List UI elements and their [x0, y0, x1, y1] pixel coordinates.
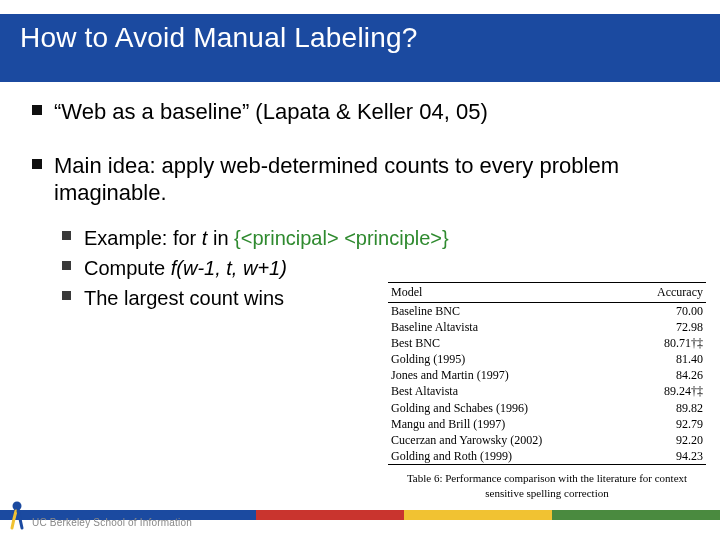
cell-model: Golding (1995) — [388, 351, 627, 367]
logo-text: UC Berkeley School of Information — [32, 517, 192, 528]
bullet-web-baseline: “Web as a baseline” (Lapata & Keller 04,… — [32, 98, 692, 126]
table-row: Golding (1995)81.40 — [388, 351, 706, 367]
col-accuracy: Accuracy — [627, 283, 706, 302]
table-row: Baseline Altavista72.98 — [388, 319, 706, 335]
cell-accuracy: 81.40 — [627, 351, 706, 367]
text: The largest count wins — [84, 287, 284, 309]
table-row: Best Altavista89.24†‡ — [388, 383, 706, 399]
set-green: {<principal> <principle>} — [234, 227, 449, 249]
cell-accuracy: 70.00 — [627, 302, 706, 319]
cell-accuracy: 89.24†‡ — [627, 383, 706, 399]
text: Compute — [84, 257, 171, 279]
table-row: Jones and Martin (1997)84.26 — [388, 367, 706, 383]
cell-model: Baseline Altavista — [388, 319, 627, 335]
cell-model: Jones and Martin (1997) — [388, 367, 627, 383]
col-model: Model — [388, 283, 627, 302]
footer-stripe-red — [256, 510, 404, 520]
bullet-main-idea: Main idea: apply web-determined counts t… — [32, 152, 692, 207]
footer-stripe-yellow — [404, 510, 552, 520]
text: in — [207, 227, 234, 249]
title-band: How to Avoid Manual Labeling? — [0, 14, 720, 82]
func-f: f(w-1, t, w+1) — [171, 257, 287, 279]
svg-point-0 — [13, 502, 22, 511]
cell-accuracy: 72.98 — [627, 319, 706, 335]
cell-model: Best BNC — [388, 335, 627, 351]
bullet-text: “Web as a baseline” (Lapata & Keller 04,… — [54, 99, 488, 124]
cell-model: Golding and Roth (1999) — [388, 448, 627, 465]
table-row: Cucerzan and Yarowsky (2002)92.20 — [388, 432, 706, 448]
table-row: Golding and Schabes (1996)89.82 — [388, 400, 706, 416]
table-row: Golding and Roth (1999)94.23 — [388, 448, 706, 465]
cell-model: Mangu and Brill (1997) — [388, 416, 627, 432]
bullet-text: Main idea: apply web-determined counts t… — [54, 153, 619, 206]
table-caption: Table 6: Performance comparison with the… — [388, 471, 706, 500]
table: Model Accuracy Baseline BNC70.00Baseline… — [388, 282, 706, 465]
cell-accuracy: 80.71†‡ — [627, 335, 706, 351]
cell-model: Best Altavista — [388, 383, 627, 399]
cell-accuracy: 89.82 — [627, 400, 706, 416]
table-row: Baseline BNC70.00 — [388, 302, 706, 319]
cell-model: Baseline BNC — [388, 302, 627, 319]
footer-stripe-green — [552, 510, 720, 520]
sub-compute: Compute f(w-1, t, w+1) — [62, 255, 692, 281]
slide: How to Avoid Manual Labeling? “Web as a … — [0, 0, 720, 540]
table-row: Best BNC80.71†‡ — [388, 335, 706, 351]
table-head-row: Model Accuracy — [388, 283, 706, 302]
cell-accuracy: 94.23 — [627, 448, 706, 465]
page-title: How to Avoid Manual Labeling? — [0, 14, 720, 54]
accuracy-table: Model Accuracy Baseline BNC70.00Baseline… — [388, 282, 706, 500]
sub-example: Example: for t in {<principal> <principl… — [62, 225, 692, 251]
text: Example: for — [84, 227, 202, 249]
cell-accuracy: 92.79 — [627, 416, 706, 432]
table-row: Mangu and Brill (1997)92.79 — [388, 416, 706, 432]
logo-icon — [8, 500, 26, 530]
cell-accuracy: 84.26 — [627, 367, 706, 383]
uc-berkeley-logo: UC Berkeley School of Information — [8, 500, 192, 530]
cell-accuracy: 92.20 — [627, 432, 706, 448]
cell-model: Cucerzan and Yarowsky (2002) — [388, 432, 627, 448]
cell-model: Golding and Schabes (1996) — [388, 400, 627, 416]
